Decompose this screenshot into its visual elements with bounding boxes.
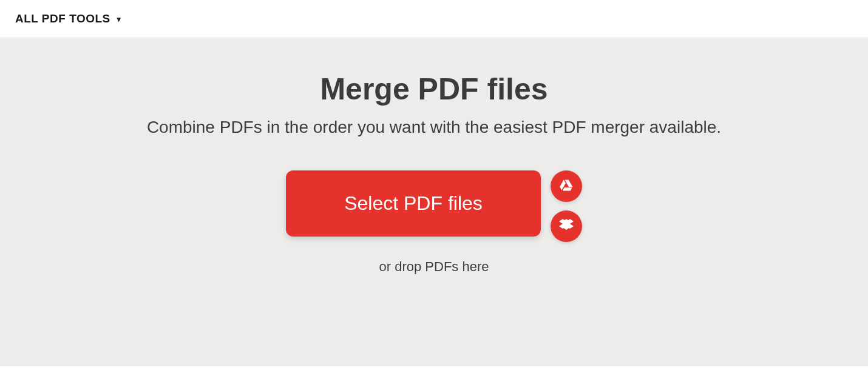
dropdown-label: ALL PDF TOOLS [15,12,110,25]
page-subtitle: Combine PDFs in the order you want with … [147,118,721,137]
chevron-down-icon: ▼ [115,15,123,24]
page-title: Merge PDF files [320,72,548,107]
cloud-buttons [551,170,582,242]
header: ALL PDF TOOLS ▼ [0,0,868,38]
dropbox-button[interactable] [551,210,582,242]
all-tools-dropdown[interactable]: ALL PDF TOOLS ▼ [15,12,123,25]
select-files-button[interactable]: Select PDF files [286,170,541,237]
main-content: Merge PDF files Combine PDFs in the orde… [0,38,868,366]
upload-row: Select PDF files [286,170,582,242]
google-drive-button[interactable] [551,170,582,202]
drop-hint: or drop PDFs here [379,259,489,275]
dropbox-icon [559,218,574,235]
google-drive-icon [559,178,574,195]
